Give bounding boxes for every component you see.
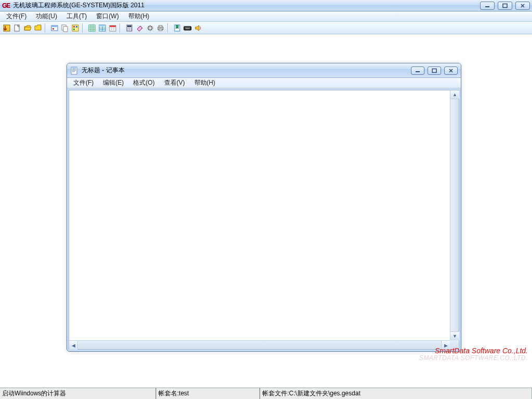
notepad-window-controls: [411, 66, 458, 75]
svg-rect-16: [110, 25, 116, 27]
notepad-menu-format[interactable]: 格式(O): [129, 78, 158, 88]
main-menubar: 文件(F) 功能(U) 工具(T) 窗口(W) 帮助(H): [0, 11, 532, 22]
scroll-down-arrow-icon[interactable]: ▼: [450, 331, 459, 340]
calendar-icon[interactable]: [108, 23, 117, 33]
status-cell-file: 帐套文件:C:\新建文件夹\ges.gesdat: [260, 388, 532, 399]
main-window-controls: [480, 2, 530, 10]
menu-file[interactable]: 文件(F): [2, 11, 31, 21]
notepad-close-button[interactable]: [444, 66, 458, 75]
notepad-maximize-button[interactable]: [428, 66, 441, 75]
svg-rect-11: [73, 29, 75, 30]
gear-icon[interactable]: [145, 23, 155, 33]
main-toolbar: [0, 22, 532, 34]
branding-main: SmartData Software Co.,Ltd.: [419, 347, 528, 354]
svg-rect-4: [51, 25, 58, 27]
table-icon[interactable]: [98, 23, 107, 33]
close-button[interactable]: [515, 2, 530, 10]
notepad-menu-edit[interactable]: 编辑(E): [99, 78, 128, 88]
svg-rect-18: [127, 25, 131, 27]
svg-rect-23: [159, 29, 162, 31]
svg-rect-10: [76, 26, 77, 28]
toolbar-separator: [45, 23, 48, 33]
open-icon[interactable]: [23, 23, 32, 33]
bookmark-icon[interactable]: [172, 23, 182, 33]
print-icon[interactable]: [156, 23, 165, 33]
status-cell-account: 帐套名:test: [156, 388, 260, 399]
toolbar-separator: [167, 23, 170, 33]
main-titlebar[interactable]: GE 无机玻璃工程师系统(GE-SYSTEM)国际版 2011: [0, 0, 532, 11]
svg-rect-7: [63, 26, 68, 32]
notepad-textarea[interactable]: [69, 90, 450, 340]
svg-rect-14: [99, 25, 105, 26]
notepad-menu-help[interactable]: 帮助(H): [190, 78, 220, 88]
scroll-left-arrow-icon[interactable]: ◀: [69, 341, 78, 350]
client-area: 无标题 - 记事本 文件(F) 编辑(E) 格式(O) 查看(V) 帮助(H) …: [0, 34, 532, 388]
calc-icon[interactable]: [125, 23, 134, 33]
status-cell-hint: 启动Wiindows的计算器: [0, 388, 156, 399]
svg-rect-22: [159, 25, 162, 27]
notepad-titlebar[interactable]: 无标题 - 记事本: [67, 63, 461, 78]
menu-function[interactable]: 功能(U): [32, 11, 61, 21]
svg-rect-28: [432, 69, 436, 72]
notepad-horizontal-scrollbar[interactable]: ◀ ▶: [69, 340, 450, 349]
notepad-menubar: 文件(F) 编辑(E) 格式(O) 查看(V) 帮助(H): [67, 78, 461, 88]
menu-tools[interactable]: 工具(T): [62, 11, 91, 21]
svg-rect-0: [503, 4, 507, 7]
status-bar: 启动Wiindows的计算器 帐套名:test 帐套文件:C:\新建文件夹\ge…: [0, 388, 532, 399]
exit-icon[interactable]: [2, 23, 11, 33]
branding-shadow: SMARTDATA SOFTWARE CO.,LTD.: [419, 354, 528, 362]
svg-rect-5: [52, 28, 54, 30]
notepad-minimize-button[interactable]: [411, 66, 424, 75]
copy-icon[interactable]: [60, 23, 70, 33]
svg-rect-9: [73, 26, 75, 28]
minimize-button[interactable]: [480, 2, 495, 10]
folder-icon[interactable]: [33, 23, 43, 33]
notepad-body: ▲ ▼ ◀ ▶: [69, 90, 459, 350]
notepad-icon: [70, 66, 78, 75]
menu-window[interactable]: 窗口(W): [92, 11, 123, 21]
sound-icon[interactable]: [193, 23, 203, 33]
grid-icon[interactable]: [87, 23, 97, 33]
svg-point-20: [150, 27, 151, 29]
eraser-icon[interactable]: [135, 23, 144, 33]
toolbar-separator: [119, 23, 123, 33]
menu-help[interactable]: 帮助(H): [124, 11, 154, 21]
svg-rect-27: [71, 67, 77, 68]
notepad-menu-view[interactable]: 查看(V): [160, 78, 189, 88]
branding-text: SmartData Software Co.,Ltd. SMARTDATA SO…: [419, 347, 528, 362]
app-title: 无机玻璃工程师系统(GE-SYSTEM)国际版 2011: [13, 1, 480, 10]
maximize-button[interactable]: [498, 2, 512, 10]
keyboard-icon[interactable]: [183, 23, 192, 33]
notepad-window: 无标题 - 记事本 文件(F) 编辑(E) 格式(O) 查看(V) 帮助(H) …: [66, 63, 461, 352]
app-logo: GE: [2, 2, 10, 9]
scroll-up-arrow-icon[interactable]: ▲: [450, 90, 459, 99]
svg-rect-12: [89, 25, 95, 31]
notepad-menu-file[interactable]: 文件(F): [69, 78, 98, 88]
new-icon[interactable]: [12, 23, 22, 33]
svg-rect-8: [72, 25, 78, 31]
module-icon[interactable]: [71, 23, 80, 33]
db-icon[interactable]: [50, 23, 59, 33]
main-app-window: GE 无机玻璃工程师系统(GE-SYSTEM)国际版 2011 文件(F) 功能…: [0, 0, 532, 399]
notepad-vertical-scrollbar[interactable]: ▲ ▼: [450, 90, 459, 349]
notepad-title: 无标题 - 记事本: [82, 66, 411, 75]
toolbar-separator: [82, 23, 85, 33]
